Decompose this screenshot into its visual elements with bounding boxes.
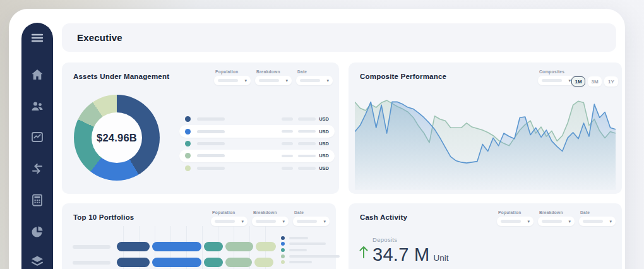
chevron-down-icon: ▾ [244,78,247,83]
filter-label: Breakdown [255,69,292,74]
home-icon[interactable] [30,67,45,82]
portfolios-card-title: Top 10 Portfolios [73,213,134,221]
legend-color-dot [185,116,191,122]
composites-select[interactable]: ▾ [538,76,575,85]
chevron-down-icon: ▾ [568,78,571,83]
aum-legend-row[interactable]: USD [179,162,335,174]
dashboard-stage: Executive Assets Under Management Popula… [0,0,644,269]
portfolios-card: Top 10 Portfolios Population▾Breakdown▾D… [62,203,336,269]
bar-segment [117,242,150,251]
portfolios-legend-row [281,253,340,260]
legend-color-dot [281,248,285,252]
date-select[interactable]: ▾ [293,217,330,226]
clients-icon[interactable] [30,99,45,114]
allocation-pie-icon[interactable] [30,224,45,239]
filter-population: Population▾ [211,210,247,226]
portfolios-legend-row [281,241,340,248]
cash-filters: Population▾Breakdown▾Date▾ [497,210,616,226]
aum-legend-row[interactable]: USD [179,113,335,125]
composite-card: Composite Performance Composites ▾ 1M3M1… [349,63,622,194]
filter-label: Breakdown [252,210,289,215]
filter-date: Date▾ [296,69,333,85]
chevron-down-icon: ▾ [527,219,530,224]
composite-card-title: Composite Performance [360,73,446,80]
breakdown-select[interactable]: ▾ [538,217,575,226]
select-placeholder-skeleton [583,220,603,223]
bar-segment [204,258,223,267]
chevron-down-icon: ▾ [323,219,326,224]
chevron-down-icon: ▾ [568,219,571,224]
transfers-icon[interactable] [30,161,45,176]
range-button-1m[interactable]: 1M [571,76,585,87]
date-select[interactable]: ▾ [296,76,333,85]
legend-currency: USD [319,129,329,134]
chevron-down-icon: ▾ [241,219,244,224]
metric-label: Deposits [373,236,448,243]
range-button-3m[interactable]: 3M [588,76,602,87]
aum-legend-row[interactable]: USD [179,138,335,150]
calculator-icon[interactable] [30,193,45,208]
filter-label: Population [214,69,251,74]
legend-color-dot [185,129,191,134]
metric-unit: Unit [433,253,448,263]
menu-icon[interactable] [30,30,45,45]
filter-breakdown: Breakdown▾ [538,210,575,226]
bar-segment [225,258,252,267]
bar-segment [254,258,273,267]
legend-name-skeleton [289,237,308,239]
chevron-down-icon: ▾ [285,78,288,83]
population-select[interactable]: ▾ [497,217,534,226]
legend-amount-skeleton [298,130,316,133]
legend-name-skeleton [197,154,225,157]
cash-card-title: Cash Activity [360,213,407,221]
aum-legend: USDUSDUSDUSDUSD [179,113,335,174]
filter-label: Date [579,210,616,215]
legend-color-dot [185,141,191,146]
population-select[interactable]: ▾ [214,76,251,85]
legend-color-dot [185,153,191,158]
legend-color-dot [281,260,285,264]
legend-currency: USD [319,153,329,158]
date-select[interactable]: ▾ [579,217,616,226]
legend-value-skeleton [282,142,293,145]
legend-name-skeleton [197,142,225,145]
filter-population: Population▾ [497,210,534,226]
legend-amount-skeleton [298,142,316,145]
range-button-1y[interactable]: 1Y [604,76,618,87]
select-placeholder-skeleton [542,220,562,223]
portfolios-filters: Population▾Breakdown▾Date▾ [211,210,330,226]
select-placeholder-skeleton [300,79,320,82]
legend-name-skeleton [289,242,326,245]
legend-name-skeleton [289,255,340,258]
select-placeholder-skeleton [259,79,279,82]
filter-label: Date [296,69,333,74]
legend-value-skeleton [282,155,293,158]
chevron-down-icon: ▾ [326,78,329,83]
breakdown-select[interactable]: ▾ [255,76,292,85]
select-placeholder-skeleton [297,220,317,223]
legend-name-skeleton [197,167,225,170]
filter-label: Breakdown [538,210,575,215]
aum-legend-row[interactable]: USD [179,125,335,137]
portfolios-legend-row [281,247,340,253]
legend-color-dot [281,236,285,240]
row-label-skeleton [73,245,110,249]
portfolios-legend-row [281,235,340,241]
aum-legend-row[interactable]: USD [179,150,335,162]
legend-name-skeleton [289,261,312,263]
legend-amount-skeleton [298,167,316,170]
arrow-up-icon [359,236,373,265]
filter-breakdown: Breakdown▾ [255,69,292,85]
population-select[interactable]: ▾ [211,217,247,226]
deposits-metric: Deposits 34.7 M Unit [359,236,448,265]
performance-chart-icon[interactable] [30,129,45,145]
bar-segment [204,242,223,251]
composite-line-chart[interactable] [355,90,616,190]
holdings-layers-icon[interactable] [30,254,45,269]
legend-value-skeleton [282,130,293,133]
aum-card-title: Assets Under Management [73,73,169,80]
select-placeholder-skeleton [501,220,521,223]
range-toggle-group: 1M3M1Y [571,76,618,87]
breakdown-select[interactable]: ▾ [252,217,289,226]
chevron-down-icon: ▾ [609,219,612,224]
